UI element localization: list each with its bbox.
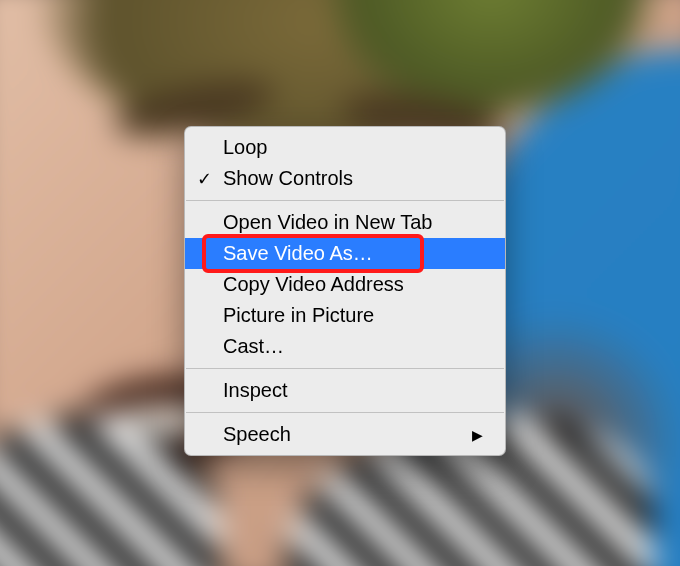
menu-item-label: Loop [223,136,268,159]
menu-separator [186,412,504,413]
menu-separator [186,200,504,201]
menu-item-label: Save Video As… [223,242,373,265]
menu-item-label: Speech [223,423,291,446]
menu-item-copy-video-address[interactable]: Copy Video Address [185,269,505,300]
menu-item-picture-in-picture[interactable]: Picture in Picture [185,300,505,331]
checkmark-icon: ✓ [197,170,212,188]
menu-item-cast[interactable]: Cast… [185,331,505,362]
menu-item-show-controls[interactable]: ✓Show Controls [185,163,505,194]
menu-item-label: Cast… [223,335,284,358]
menu-item-speech[interactable]: Speech▶ [185,419,505,450]
menu-separator [186,368,504,369]
menu-item-label: Copy Video Address [223,273,404,296]
menu-item-label: Picture in Picture [223,304,374,327]
menu-item-inspect[interactable]: Inspect [185,375,505,406]
menu-item-open-video-in-new-tab[interactable]: Open Video in New Tab [185,207,505,238]
menu-item-loop[interactable]: Loop [185,132,505,163]
menu-item-label: Inspect [223,379,287,402]
menu-item-label: Open Video in New Tab [223,211,432,234]
submenu-arrow-icon: ▶ [472,428,483,442]
video-context-menu: Loop✓Show ControlsOpen Video in New TabS… [184,126,506,456]
menu-item-save-video-as[interactable]: Save Video As… [185,238,505,269]
menu-item-label: Show Controls [223,167,353,190]
